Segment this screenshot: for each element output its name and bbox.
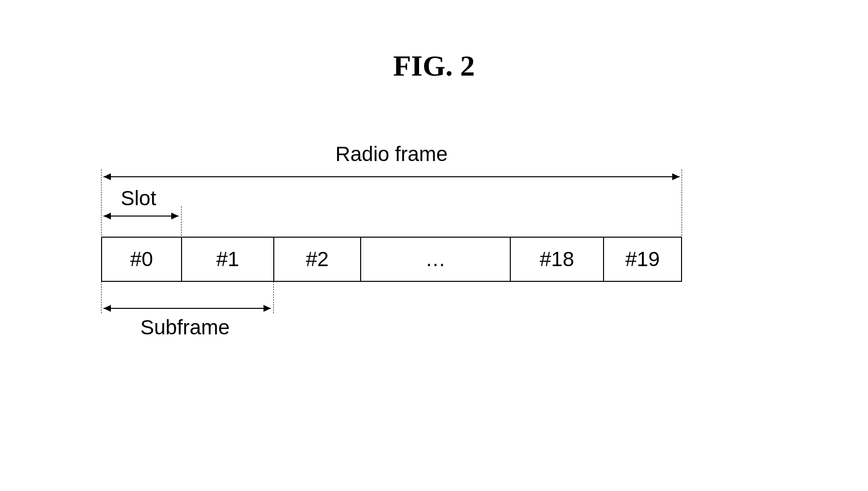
svg-marker-7 <box>104 305 111 312</box>
svg-marker-2 <box>672 173 680 180</box>
tick-mark <box>181 206 182 238</box>
slot-cell: #0 <box>102 238 182 281</box>
radio-frame-arrow <box>101 169 682 184</box>
slot-label: Slot <box>121 187 156 210</box>
slot-cell: #1 <box>182 238 274 281</box>
figure-title: FIG. 2 <box>393 49 475 83</box>
svg-marker-1 <box>104 173 111 180</box>
slots-row: #0 #1 #2 … #18 #19 <box>101 237 682 282</box>
slot-arrow <box>101 209 181 223</box>
svg-marker-4 <box>104 213 111 219</box>
svg-marker-8 <box>263 305 271 312</box>
slot-cell: #19 <box>604 238 681 281</box>
subframe-label: Subframe <box>140 316 230 339</box>
radio-frame-label: Radio frame <box>336 142 448 166</box>
slot-cell: … <box>361 238 511 281</box>
slot-cell: #2 <box>274 238 361 281</box>
subframe-arrow <box>101 301 273 316</box>
svg-marker-5 <box>171 213 179 219</box>
tick-mark <box>273 281 274 313</box>
slot-cell: #18 <box>511 238 604 281</box>
